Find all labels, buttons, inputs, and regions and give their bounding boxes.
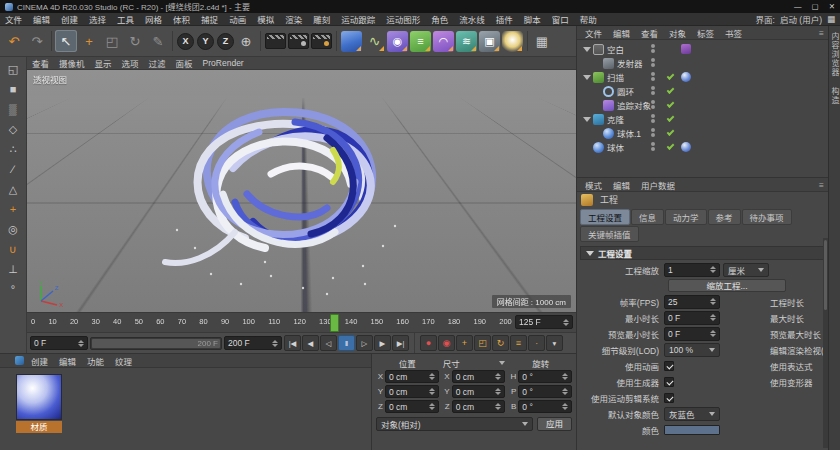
keyframe-selection-button[interactable]: ▾: [546, 335, 563, 351]
last-tool[interactable]: ✎: [147, 30, 169, 52]
min-time-field[interactable]: 0 F: [664, 311, 720, 325]
object-manager-menu-item[interactable]: 文件: [580, 27, 607, 39]
xpresso-tag-icon[interactable]: [681, 44, 691, 54]
viewport-menu-item[interactable]: 摄像机: [54, 57, 90, 69]
object-manager-menu-item[interactable]: 书签: [720, 27, 747, 39]
size-z-field[interactable]: 0 cm: [452, 400, 506, 413]
attribute-tab[interactable]: 关键帧插值: [580, 226, 639, 242]
timeline-playhead[interactable]: [330, 314, 339, 332]
expand-arrow-icon[interactable]: [583, 117, 591, 122]
menu-item[interactable]: 选择: [84, 13, 111, 25]
perspective-viewport[interactable]: 透视视图 网格间距 : 1000 cm Y X Z: [27, 70, 576, 312]
menu-item[interactable]: 创建: [56, 13, 83, 25]
default-object-color-dropdown[interactable]: 灰蓝色: [664, 407, 720, 421]
visibility-dots[interactable]: [651, 100, 655, 109]
spinner[interactable]: [75, 340, 84, 347]
polygons-mode-icon[interactable]: △: [3, 179, 23, 199]
scale-tool[interactable]: ◰: [101, 30, 123, 52]
rotation-h-field[interactable]: 0 °: [518, 370, 572, 383]
autokey-button[interactable]: ◉: [438, 335, 455, 351]
coordinate-space-dropdown[interactable]: 对象(相对): [376, 417, 533, 431]
render-to-picture-viewer-button[interactable]: [288, 33, 309, 49]
prev-key-button[interactable]: ◀: [302, 335, 319, 351]
visibility-dots[interactable]: [651, 142, 655, 151]
goto-start-button[interactable]: |◀: [284, 335, 301, 351]
spinner[interactable]: [269, 340, 278, 347]
menu-item[interactable]: 流水线: [454, 13, 490, 25]
workplane-mode-icon[interactable]: ◇: [3, 119, 23, 139]
menu-item[interactable]: 渲染: [280, 13, 307, 25]
use-animation-checkbox[interactable]: [664, 361, 674, 371]
menu-item[interactable]: 捕捉: [196, 13, 223, 25]
viewport-menu-item[interactable]: ProRender: [198, 58, 249, 68]
use-generators-checkbox[interactable]: [664, 377, 674, 387]
use-motion-system-checkbox[interactable]: [664, 393, 674, 403]
key-position-button[interactable]: +: [456, 335, 473, 351]
panel-menu-icon[interactable]: ≡: [819, 28, 824, 38]
object-row[interactable]: 扫描: [577, 70, 828, 84]
close-button[interactable]: ✕: [829, 2, 835, 11]
lock-z-axis-button[interactable]: Z: [217, 33, 234, 50]
edit-render-settings-button[interactable]: [311, 33, 332, 49]
layout-grid-icon[interactable]: ▦: [827, 14, 835, 24]
view-label[interactable]: 透视视图: [33, 73, 67, 85]
prev-frame-button[interactable]: ◁: [320, 335, 337, 351]
visibility-dots[interactable]: [651, 44, 655, 53]
object-row[interactable]: 追踪对象: [577, 98, 828, 112]
enable-snap-icon[interactable]: ∪: [3, 239, 23, 259]
color-swatch[interactable]: [664, 425, 720, 435]
menu-item[interactable]: 运动图形: [381, 13, 425, 25]
menu-item[interactable]: 网格: [140, 13, 167, 25]
material-menu-item[interactable]: 编辑: [54, 355, 81, 367]
array-generator-button[interactable]: ≡: [410, 31, 431, 52]
project-scale-field[interactable]: 1: [664, 263, 720, 277]
environment-button[interactable]: ≋: [456, 31, 477, 52]
visibility-dots[interactable]: [651, 86, 655, 95]
attribute-tab[interactable]: 工程设置: [580, 209, 630, 225]
viewport-solo-icon[interactable]: ◎: [3, 219, 23, 239]
menu-item[interactable]: 动画: [224, 13, 251, 25]
quantize-icon[interactable]: °: [3, 279, 23, 299]
add-cube-primitive-button[interactable]: [341, 31, 362, 52]
range-end-field[interactable]: 200 F: [224, 336, 282, 350]
move-tool[interactable]: +: [78, 30, 100, 52]
material-thumbnail[interactable]: [16, 374, 62, 420]
attribute-tab[interactable]: 待办事项: [742, 209, 792, 225]
size-y-field[interactable]: 0 cm: [452, 385, 506, 398]
menu-item[interactable]: 文件: [0, 13, 27, 25]
next-frame-button[interactable]: ▷: [356, 335, 373, 351]
attribute-tab[interactable]: 参考: [708, 209, 741, 225]
material-menu-item[interactable]: 创建: [26, 355, 53, 367]
viewport-menu-item[interactable]: 过滤: [144, 57, 171, 69]
material-menu-item[interactable]: 纹理: [110, 355, 137, 367]
visibility-dots[interactable]: [651, 72, 655, 81]
texture-mode-icon[interactable]: ▒: [3, 99, 23, 119]
object-row[interactable]: 球体.1: [577, 126, 828, 140]
object-manager-menu-item[interactable]: 查看: [636, 27, 663, 39]
edges-mode-icon[interactable]: ∕: [3, 159, 23, 179]
object-row[interactable]: 球体: [577, 140, 828, 154]
scale-project-button[interactable]: 缩放工程...: [668, 279, 786, 292]
workplane-lock-icon[interactable]: ⊥: [3, 259, 23, 279]
enabled-check-icon[interactable]: [667, 142, 675, 150]
expand-arrow-icon[interactable]: [583, 75, 591, 80]
viewport-menu-item[interactable]: 查看: [27, 57, 54, 69]
layout-grid-icon[interactable]: ▦: [531, 30, 553, 52]
menu-item[interactable]: 雕刻: [308, 13, 335, 25]
rotate-tool[interactable]: ↻: [124, 30, 146, 52]
size-x-field[interactable]: 0 cm: [452, 370, 506, 383]
texture-tag-icon[interactable]: [681, 142, 691, 152]
spline-pen-button[interactable]: ∿: [364, 31, 385, 52]
menu-item[interactable]: 插件: [491, 13, 518, 25]
minimize-button[interactable]: —: [794, 2, 802, 11]
tangled-spline-object[interactable]: [27, 70, 576, 312]
deformer-button[interactable]: ◠: [433, 31, 454, 52]
object-row[interactable]: 发射器: [577, 56, 828, 70]
goto-end-button[interactable]: ▶|: [392, 335, 409, 351]
enabled-check-icon[interactable]: [667, 86, 675, 94]
interface-selector[interactable]: 启动 (用户): [780, 13, 822, 25]
spinner[interactable]: [560, 319, 569, 326]
camera-button[interactable]: ▣: [479, 31, 500, 52]
object-row[interactable]: 圆环: [577, 84, 828, 98]
viewport-menu-item[interactable]: 选项: [117, 57, 144, 69]
